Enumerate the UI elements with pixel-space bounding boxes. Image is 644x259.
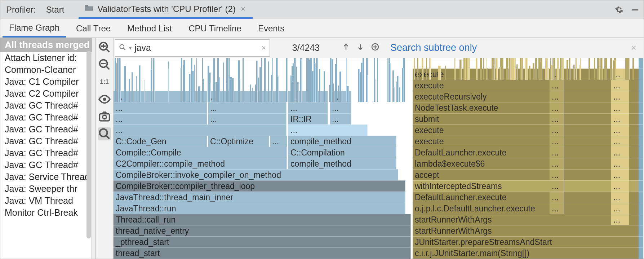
flame-sliver[interactable] [597, 58, 600, 80]
flame-sliver[interactable] [297, 82, 299, 102]
flame-sliver[interactable] [189, 74, 190, 102]
minimize-icon[interactable] [630, 5, 640, 15]
flame-sliver[interactable] [520, 58, 522, 80]
flame-highlight[interactable]: ... [611, 203, 629, 214]
flame-sliver[interactable] [230, 79, 231, 102]
flame-sliver[interactable] [557, 58, 559, 80]
list-item[interactable]: Java: GC Thread# [0, 123, 92, 135]
list-item[interactable]: Java: C1 Compiler [0, 76, 92, 88]
flame-sliver[interactable] [515, 58, 516, 80]
flame-frame[interactable]: IR::IR [288, 113, 328, 124]
close-icon[interactable]: × [239, 4, 247, 14]
flame-sliver[interactable] [218, 77, 220, 102]
flame-sliver[interactable] [487, 68, 488, 80]
flame-frame[interactable]: ... [330, 113, 351, 124]
flame-sliver[interactable] [258, 78, 259, 102]
flame-frame[interactable]: ... [270, 136, 287, 147]
thread-list-header[interactable]: All threads merged [0, 38, 92, 52]
flame-sliver[interactable] [589, 58, 591, 80]
flame-edge[interactable] [639, 203, 643, 214]
flame-sliver[interactable] [144, 80, 145, 102]
flame-sliver[interactable] [594, 58, 595, 80]
flame-sliver[interactable] [203, 82, 203, 102]
flame-frame[interactable]: CompileBroker::invoke_compiler_on_method [114, 169, 398, 180]
flame-sliver[interactable] [459, 60, 462, 80]
flame-edge[interactable] [639, 236, 643, 247]
flame-sliver[interactable] [139, 65, 141, 102]
flame-sliver[interactable] [119, 58, 120, 102]
tab-method-list[interactable]: Method List [121, 19, 178, 38]
flame-sliver[interactable] [324, 71, 325, 102]
flame-sliver[interactable] [261, 58, 262, 102]
flame-frame[interactable]: C::Code_Gen [114, 136, 207, 147]
flame-sliver[interactable] [129, 79, 130, 102]
prev-match-icon[interactable] [342, 43, 350, 53]
clear-search-icon[interactable]: × [261, 43, 266, 53]
flame-ellipsis[interactable]: ... [550, 91, 564, 102]
flame-sliver[interactable] [573, 65, 575, 80]
flame-sliver[interactable] [512, 58, 515, 80]
flame-sliver[interactable] [547, 68, 549, 80]
flame-sliver[interactable] [252, 88, 253, 102]
list-item[interactable]: Java: Service Thread [0, 171, 92, 183]
flame-sliver[interactable] [116, 63, 117, 102]
flame-sliver[interactable] [610, 58, 612, 80]
flame-sliver[interactable] [562, 58, 564, 80]
flame-sliver[interactable] [605, 58, 607, 80]
flame-edge[interactable] [639, 192, 643, 203]
flame-frame[interactable]: DefaultLauncher.execute [413, 192, 642, 203]
flame-edge[interactable] [639, 102, 643, 113]
flame-sliver[interactable] [361, 63, 362, 102]
flame-edge[interactable] [639, 225, 643, 236]
flame-ellipsis[interactable]: ... [550, 124, 564, 136]
flame-sliver[interactable] [509, 58, 511, 80]
flame-frame[interactable]: ... [114, 102, 207, 113]
chevron-down-icon[interactable]: ▾ [129, 45, 132, 51]
flame-sliver[interactable] [554, 58, 556, 80]
flame-sliver[interactable] [540, 62, 542, 80]
flame-sliver[interactable] [239, 79, 240, 102]
flame-sliver[interactable] [516, 64, 518, 80]
list-item[interactable]: Java: C2 Compiler [0, 88, 92, 100]
flame-edge[interactable] [639, 91, 643, 102]
flame-highlight[interactable]: ... [611, 158, 629, 169]
flame-edge[interactable] [639, 80, 643, 91]
flame-sliver[interactable] [506, 58, 508, 80]
list-item[interactable]: Java: GC Thread# [0, 111, 92, 123]
flame-ellipsis[interactable]: ... [550, 180, 564, 192]
flame-frame[interactable]: submit [413, 113, 642, 124]
list-item[interactable]: Common-Cleaner [0, 64, 92, 76]
zoom-reset-icon[interactable]: 1:1 [98, 75, 111, 88]
flame-sliver[interactable] [560, 58, 561, 80]
flame-frame[interactable]: ... [208, 102, 287, 113]
list-item[interactable]: Java: GC Thread# [0, 147, 92, 159]
search-input[interactable] [134, 43, 258, 53]
flame-edge[interactable] [639, 58, 643, 69]
flame-sliver[interactable] [181, 68, 182, 102]
flame-sliver[interactable] [454, 58, 456, 80]
flame-sliver[interactable] [250, 84, 251, 102]
flame-sliver[interactable] [469, 58, 470, 80]
flame-sliver[interactable] [533, 63, 534, 80]
flame-sliver[interactable] [223, 62, 224, 102]
flame-sliver[interactable] [347, 86, 349, 102]
flame-sliver[interactable] [115, 58, 116, 102]
flame-sliver[interactable] [567, 60, 568, 80]
flame-highlight[interactable]: ... [611, 214, 629, 225]
flame-sliver[interactable] [374, 58, 375, 102]
flame-frame[interactable]: execute [413, 80, 642, 91]
list-item[interactable]: Java: GC Thread# [0, 100, 92, 111]
list-item[interactable]: Java: VM Thread [0, 195, 92, 207]
flame-frame[interactable]: executeRecursively [413, 91, 642, 102]
flame-sliver[interactable] [367, 75, 368, 102]
flame-sliver[interactable] [268, 61, 269, 102]
flame-sliver[interactable] [550, 58, 551, 80]
flame-sliver[interactable] [526, 58, 528, 80]
flame-sliver[interactable] [535, 58, 537, 80]
flame-edge[interactable] [639, 169, 643, 180]
flame-sliver[interactable] [213, 58, 215, 102]
flame-ellipsis[interactable]: ... [550, 203, 564, 214]
flame-sliver[interactable] [486, 58, 487, 80]
flame-sliver[interactable] [429, 58, 430, 80]
flame-sliver[interactable] [359, 72, 361, 102]
